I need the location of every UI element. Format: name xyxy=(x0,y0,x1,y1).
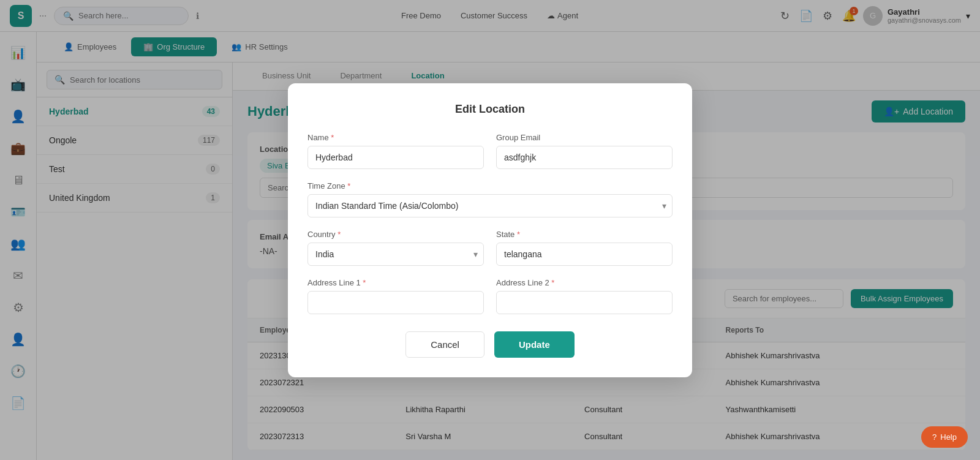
form-group-country: Country * India USA UK Australia ▾ xyxy=(307,230,484,266)
modal-actions: Cancel Update xyxy=(307,331,673,358)
timezone-select-wrapper: Indian Standard Time (Asia/Colombo) UTC … xyxy=(307,194,673,217)
form-group-name: Name * xyxy=(307,133,484,169)
form-group-address2: Address Line 2 * xyxy=(496,278,673,314)
form-group-timezone: Time Zone * Indian Standard Time (Asia/C… xyxy=(307,181,673,217)
address2-input[interactable] xyxy=(496,291,673,314)
form-group-state: State * xyxy=(496,230,673,266)
country-select[interactable]: India USA UK Australia xyxy=(307,243,484,266)
cancel-button[interactable]: Cancel xyxy=(405,331,484,358)
form-row-address: Address Line 1 * Address Line 2 * xyxy=(307,278,673,314)
country-select-wrapper: India USA UK Australia ▾ xyxy=(307,243,484,266)
name-label: Name * xyxy=(307,133,484,142)
form-row-country-state: Country * India USA UK Australia ▾ State… xyxy=(307,230,673,266)
modal-overlay: Edit Location Name * Group Email Time Zo… xyxy=(0,0,980,460)
group-email-input[interactable] xyxy=(496,146,673,169)
state-label: State * xyxy=(496,230,673,239)
help-button[interactable]: ? Help xyxy=(921,426,968,448)
form-row-name-email: Name * Group Email xyxy=(307,133,673,169)
form-row-timezone: Time Zone * Indian Standard Time (Asia/C… xyxy=(307,181,673,217)
modal-title: Edit Location xyxy=(307,103,673,116)
group-email-label: Group Email xyxy=(496,133,673,142)
country-label: Country * xyxy=(307,230,484,239)
state-input[interactable] xyxy=(496,243,673,266)
address2-label: Address Line 2 * xyxy=(496,278,673,287)
timezone-label: Time Zone * xyxy=(307,181,673,190)
update-button[interactable]: Update xyxy=(494,331,575,358)
form-group-group-email: Group Email xyxy=(496,133,673,169)
address1-input[interactable] xyxy=(307,291,484,314)
edit-location-modal: Edit Location Name * Group Email Time Zo… xyxy=(288,83,692,377)
address1-label: Address Line 1 * xyxy=(307,278,484,287)
form-group-address1: Address Line 1 * xyxy=(307,278,484,314)
name-input[interactable] xyxy=(307,146,484,169)
help-icon: ? xyxy=(932,432,937,442)
timezone-select[interactable]: Indian Standard Time (Asia/Colombo) UTC … xyxy=(307,194,673,217)
